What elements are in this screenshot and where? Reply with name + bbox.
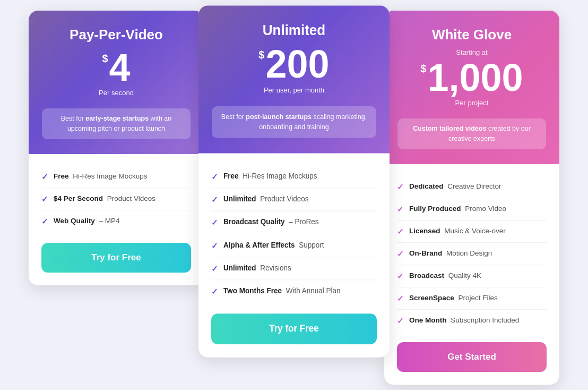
list-item: ✓Licensed Music & Voice-over: [397, 221, 547, 243]
checkmark-icon: ✓: [397, 315, 404, 326]
price-container: $200: [258, 44, 329, 83]
feature-normal: Quality 4K: [446, 272, 481, 279]
price-period: Per second: [99, 89, 134, 97]
feature-bold: One Month: [409, 316, 447, 324]
feature-normal: Project Files: [456, 294, 498, 302]
cta-button-pay-per-video[interactable]: Try for Free: [41, 243, 191, 273]
feature-normal: Revisions: [258, 264, 291, 272]
price-period: Per project: [455, 99, 489, 107]
best-for-box: Best for post-launch startups scaling ma…: [212, 106, 376, 138]
feature-normal: Motion Design: [444, 249, 492, 257]
best-for-bold: post-launch startups: [246, 113, 312, 120]
checkmark-icon: ✓: [397, 204, 404, 215]
feature-text: $4 Per Second Product Videos: [54, 194, 155, 204]
feature-bold: Free: [54, 172, 69, 180]
plan-header-white-glove: White GloveStarting at$1,000Per projectC…: [384, 11, 559, 164]
cta-button-unlimited[interactable]: Try for Free: [211, 313, 377, 344]
list-item: ✓On-Brand Motion Design: [397, 243, 547, 265]
currency-symbol: $: [102, 53, 108, 65]
list-item: ✓Web Quality – MP4: [41, 210, 191, 232]
card-body: ✓Free Hi-Res Image Mockups✓$4 Per Second…: [29, 154, 204, 285]
price-container: $4: [102, 48, 130, 87]
feature-bold: Dedicated: [409, 182, 444, 190]
features-list: ✓Dedicated Creative Director✓Fully Produ…: [397, 176, 547, 332]
feature-normal: Music & Voice-over: [443, 227, 506, 235]
feature-bold: ScreenSpace: [409, 294, 454, 302]
feature-text: ScreenSpace Project Files: [409, 293, 498, 303]
feature-bold: Unlimited: [223, 264, 256, 272]
feature-text: Broadcast Quality 4K: [409, 271, 481, 281]
feature-text: Free Hi-Res Image Mockups: [54, 172, 148, 182]
best-for-bold: Custom tailored videos: [413, 125, 486, 132]
list-item: ✓Two Months Free With Annual Plan: [211, 280, 377, 302]
feature-text: Alpha & After Effects Support: [223, 240, 324, 250]
plan-header-unlimited: Unlimited$200Per user, per monthBest for…: [198, 5, 390, 153]
checkmark-icon: ✓: [41, 171, 48, 182]
price-amount: 4: [109, 48, 131, 87]
feature-normal: Subscription Included: [449, 316, 520, 324]
feature-text: Licensed Music & Voice-over: [409, 226, 506, 236]
feature-text: One Month Subscription Included: [409, 316, 519, 326]
feature-normal: Product Videos: [258, 194, 309, 202]
list-item: ✓Broadcast Quality 4K: [397, 265, 547, 287]
checkmark-icon: ✓: [397, 293, 404, 304]
list-item: ✓Alpha & After Effects Support: [211, 234, 377, 257]
feature-bold: $4 Per Second: [54, 194, 103, 202]
feature-bold: On-Brand: [409, 249, 442, 257]
cta-button-white-glove[interactable]: Get Started: [397, 342, 547, 372]
best-for-box: Best for early-stage startups with an up…: [42, 108, 191, 139]
checkmark-icon: ✓: [211, 240, 218, 251]
feature-normal: – MP4: [97, 217, 120, 225]
feature-text: Two Months Free With Annual Plan: [223, 286, 341, 296]
checkmark-icon: ✓: [397, 270, 404, 282]
list-item: ✓Free Hi-Res Image Mockups: [211, 165, 377, 188]
plan-card-pay-per-video: Pay-Per-Video$4Per secondBest for early-…: [29, 11, 204, 285]
feature-normal: With Annual Plan: [284, 286, 341, 294]
list-item: ✓Broadcast Quality – ProRes: [211, 211, 377, 234]
feature-normal: Creative Director: [446, 182, 501, 190]
feature-text: Fully Produced Promo Video: [409, 204, 506, 214]
plan-name: Pay-Per-Video: [70, 27, 163, 43]
checkmark-icon: ✓: [41, 193, 48, 205]
list-item: ✓Unlimited Revisions: [211, 257, 377, 280]
feature-normal: Support: [297, 241, 324, 249]
feature-text: Free Hi-Res Image Mockups: [223, 171, 317, 181]
feature-bold: Alpha & After Effects: [223, 241, 295, 249]
feature-text: Unlimited Revisions: [223, 263, 291, 273]
checkmark-icon: ✓: [41, 216, 48, 227]
plan-name: White Glove: [432, 27, 512, 43]
plan-card-unlimited: Unlimited$200Per user, per monthBest for…: [198, 5, 390, 357]
checkmark-icon: ✓: [397, 248, 404, 259]
list-item: ✓Fully Produced Promo Video: [397, 198, 547, 221]
feature-bold: Unlimited: [223, 194, 256, 202]
best-for-bold: early-stage startups: [85, 115, 149, 122]
starting-at-label: Starting at: [456, 48, 487, 56]
feature-text: Broadcast Quality – ProRes: [223, 217, 319, 227]
feature-text: Web Quality – MP4: [54, 216, 120, 226]
feature-normal: – ProRes: [287, 218, 319, 226]
price-container: $1,000: [420, 58, 523, 97]
best-for-prefix: Best for: [221, 113, 246, 120]
plan-name: Unlimited: [263, 22, 325, 39]
plan-header-pay-per-video: Pay-Per-Video$4Per secondBest for early-…: [29, 11, 204, 154]
feature-bold: Web Quality: [54, 217, 95, 225]
checkmark-icon: ✓: [211, 193, 218, 205]
feature-text: Unlimited Product Videos: [223, 194, 309, 204]
feature-bold: Two Months Free: [223, 286, 282, 294]
card-body: ✓Dedicated Creative Director✓Fully Produ…: [384, 164, 559, 385]
currency-symbol: $: [258, 49, 264, 62]
card-body: ✓Free Hi-Res Image Mockups✓Unlimited Pro…: [198, 153, 390, 357]
best-for-box: Custom tailored videos created by our cr…: [397, 118, 546, 149]
features-list: ✓Free Hi-Res Image Mockups✓$4 Per Second…: [41, 166, 191, 232]
feature-normal: Promo Video: [463, 205, 507, 213]
list-item: ✓$4 Per Second Product Videos: [41, 188, 191, 210]
list-item: ✓Dedicated Creative Director: [397, 176, 547, 198]
best-for-prefix: Best for: [61, 115, 86, 122]
currency-symbol: $: [420, 63, 426, 75]
features-list: ✓Free Hi-Res Image Mockups✓Unlimited Pro…: [211, 165, 377, 303]
feature-text: On-Brand Motion Design: [409, 249, 492, 259]
feature-bold: Fully Produced: [409, 205, 461, 213]
plan-card-white-glove: White GloveStarting at$1,000Per projectC…: [384, 11, 559, 385]
checkmark-icon: ✓: [211, 171, 218, 182]
list-item: ✓Unlimited Product Videos: [211, 188, 377, 211]
